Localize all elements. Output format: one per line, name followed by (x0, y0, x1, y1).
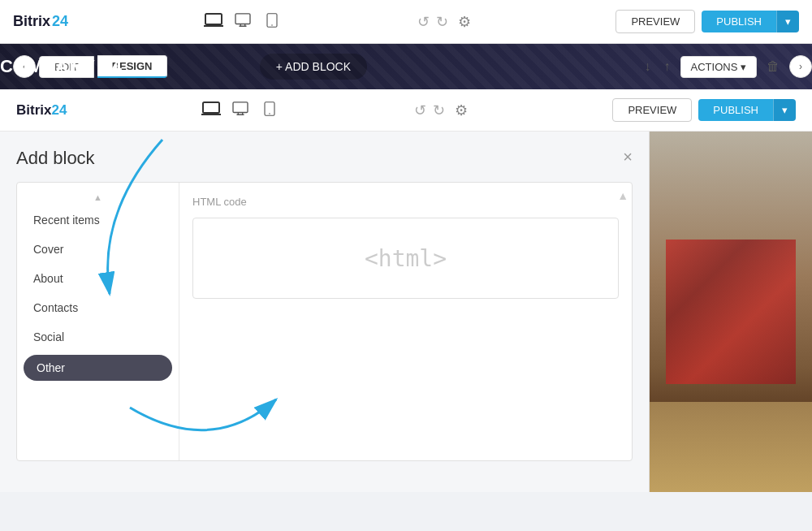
site-undo-redo: ↺ ↻ (414, 101, 445, 119)
site-header-actions: PREVIEW PUBLISH ▾ (612, 98, 796, 122)
html-preview-text: <html> (365, 245, 447, 272)
undo-icon[interactable]: ↺ (417, 13, 430, 31)
publish-button[interactable]: PUBLISH (702, 11, 776, 32)
next-block-button[interactable]: › (789, 55, 812, 78)
preview-button[interactable]: PREVIEW (615, 10, 695, 33)
site-publish-button[interactable]: PUBLISH (698, 99, 773, 121)
site-undo-icon[interactable]: ↺ (414, 101, 426, 119)
panel-close-button[interactable]: × (623, 148, 633, 166)
settings-icon[interactable]: ⚙ (458, 13, 471, 31)
category-item-cover[interactable]: Cover (17, 235, 179, 264)
publish-group: PUBLISH ▾ (702, 11, 799, 32)
site-laptop-icon[interactable] (201, 101, 221, 119)
panel-body: ▲ Recent items Cover About Contacts Soci… (16, 182, 633, 461)
monitor-icon[interactable] (233, 13, 253, 31)
site-monitor-icon[interactable] (231, 101, 250, 119)
top-logo: Bitrix 24 (13, 13, 68, 30)
block-section-title: HTML code (192, 196, 619, 208)
site-logo: Bitrix 24 (16, 102, 67, 119)
site-preview-panel (650, 132, 812, 492)
site-tablet-icon[interactable] (260, 101, 279, 119)
site-banner: COMPANY 24 ‹ EDIT DESIGN + ADD BLOCK ↓ ↑… (0, 44, 812, 89)
publish-dropdown-button[interactable]: ▾ (776, 11, 799, 32)
category-item-social[interactable]: Social (17, 322, 179, 352)
preview-clothing (666, 240, 796, 384)
site-title: COMPANY 24 (0, 56, 123, 77)
laptop-icon[interactable] (204, 13, 223, 31)
block-actions: ↓ ↑ ACTIONS ▾ 🗑 › (641, 55, 812, 78)
site-preview-button[interactable]: PREVIEW (612, 98, 692, 122)
delete-block-button[interactable]: 🗑 (763, 56, 783, 77)
html-block-preview[interactable]: <html> (192, 218, 619, 299)
top-header: Bitrix 24 ↺ ↻ ⚙ PREVIEW PUBLISH ▾ (0, 0, 812, 44)
category-item-contacts[interactable]: Contacts (17, 293, 179, 322)
site-redo-icon[interactable]: ↻ (433, 101, 445, 119)
site-settings-icon[interactable]: ⚙ (455, 101, 468, 119)
svg-point-3 (271, 24, 273, 26)
category-item-other[interactable]: Other (24, 355, 172, 381)
scroll-up-indicator: ▲ (17, 189, 179, 205)
svg-rect-1 (235, 13, 250, 24)
svg-rect-0 (205, 14, 222, 24)
svg-point-7 (270, 113, 271, 114)
category-item-recent[interactable]: Recent items (17, 205, 179, 235)
undo-redo-group: ↺ ↻ (417, 13, 448, 31)
tablet-icon[interactable] (262, 13, 282, 31)
preview-person-image (650, 132, 812, 492)
block-content-area: HTML code <html> ▲ (179, 183, 632, 460)
move-down-button[interactable]: ↓ (641, 56, 654, 77)
svg-rect-5 (233, 101, 248, 112)
actions-dropdown-button[interactable]: ACTIONS ▾ (680, 56, 757, 78)
preview-table (650, 402, 812, 492)
svg-rect-4 (203, 102, 219, 113)
site-publish-dropdown[interactable]: ▾ (773, 99, 796, 121)
move-up-button[interactable]: ↑ (661, 56, 674, 77)
device-switcher (204, 13, 282, 31)
main-area: Add block × ▲ Recent items Cover About C… (0, 132, 812, 492)
site-publish-group: PUBLISH ▾ (698, 99, 796, 121)
content-scroll-up: ▲ (617, 189, 628, 202)
redo-icon[interactable]: ↻ (436, 13, 448, 31)
site-header: Bitrix 24 ↺ ↻ ⚙ PREVIEW PUBLISH ▾ (0, 89, 812, 132)
category-item-about[interactable]: About (17, 264, 179, 293)
header-actions: PREVIEW PUBLISH ▾ (615, 10, 799, 33)
panel-title: Add block (16, 148, 633, 169)
category-list: ▲ Recent items Cover About Contacts Soci… (17, 183, 179, 460)
add-block-button[interactable]: + ADD BLOCK (260, 54, 367, 80)
site-device-switcher (201, 101, 279, 119)
add-block-panel: Add block × ▲ Recent items Cover About C… (0, 132, 650, 492)
